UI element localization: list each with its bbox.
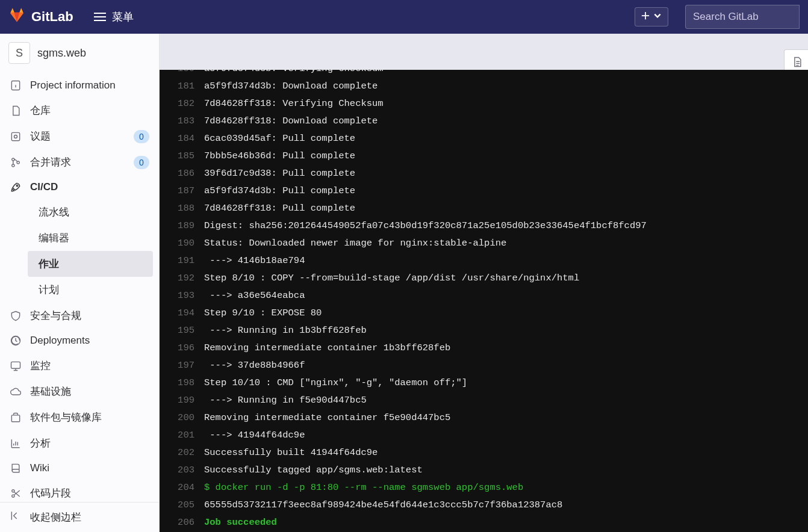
new-button[interactable] <box>635 7 668 26</box>
cloud-icon <box>10 386 22 398</box>
sidebar-item-merge[interactable]: 合并请求0 <box>0 149 159 175</box>
sidebar-subitem-jobs[interactable]: 作业 <box>28 251 153 277</box>
chart-icon <box>10 438 22 450</box>
line-number: 180 <box>169 70 204 78</box>
sidebar-item-label: Wiki <box>30 462 49 474</box>
sidebar-item-security[interactable]: 安全与合规 <box>0 303 159 329</box>
svg-point-5 <box>17 161 19 163</box>
log-line: 181a5f9fd374d3b: Download complete <box>169 78 798 95</box>
sidebar-item-proj-info[interactable]: Project information <box>0 73 159 97</box>
line-text: ---> Running in f5e90d447bc5 <box>204 392 798 409</box>
line-number: 191 <box>169 252 204 270</box>
line-text: 7bbb5e46b36d: Pull complete <box>204 147 798 165</box>
menu-label: 菜单 <box>112 10 134 24</box>
search-input[interactable] <box>693 11 792 23</box>
collapse-label: 收起侧边栏 <box>30 510 81 524</box>
menu-button[interactable]: 菜单 <box>94 10 134 24</box>
line-number: 198 <box>169 374 204 392</box>
log-line: 200Removing intermediate container f5e90… <box>169 409 798 427</box>
line-text: 7d84628ff318: Download complete <box>204 113 798 130</box>
sidebar-item-packages[interactable]: 软件包与镜像库 <box>0 404 159 430</box>
brand[interactable]: GitLab <box>8 7 73 26</box>
deploy-icon <box>10 335 22 347</box>
svg-point-10 <box>12 489 14 492</box>
log-line: 20565555d53732117f3eec8af989424be4e54fd6… <box>169 496 798 514</box>
sidebar-item-snippets[interactable]: 代码片段 <box>0 480 159 502</box>
line-number: 200 <box>169 409 204 427</box>
line-text: Digest: sha256:2012644549052fa07c43b0d19… <box>204 217 798 235</box>
line-number: 202 <box>169 444 204 462</box>
line-number: 181 <box>169 78 204 95</box>
svg-point-2 <box>14 135 17 138</box>
sidebar-item-label: CI/CD <box>30 181 58 193</box>
log-line: 191 ---> 4146b18ae794 <box>169 252 798 270</box>
job-log-lines: 180a5f9fd374d3b: Verifying Checksum181a5… <box>160 70 808 531</box>
line-text: Step 8/10 : COPY --from=build-stage /app… <box>204 270 798 287</box>
package-icon <box>10 412 22 424</box>
log-line: 199 ---> Running in f5e90d447bc5 <box>169 392 798 409</box>
line-text: ---> 41944f64dc9e <box>204 427 798 444</box>
log-line: 201 ---> 41944f64dc9e <box>169 427 798 444</box>
line-number: 187 <box>169 182 204 200</box>
sidebar-item-deployments[interactable]: Deployments <box>0 329 159 353</box>
top-nav: GitLab 菜单 <box>0 0 808 34</box>
line-text: 6cac039d45af: Pull complete <box>204 130 798 147</box>
log-line: 18639f6d17c9d38: Pull complete <box>169 165 798 182</box>
log-line: 206Job succeeded <box>169 514 798 531</box>
sidebar-scroll[interactable]: S sgms.web Project information仓库议题0合并请求0… <box>0 34 159 502</box>
log-line: 1857bbb5e46b36d: Pull complete <box>169 147 798 165</box>
line-text: Status: Downloaded newer image for nginx… <box>204 235 798 252</box>
sidebar-subitem-schedules[interactable]: 计划 <box>30 277 159 303</box>
sidebar-subitem-editor[interactable]: 编辑器 <box>30 225 159 251</box>
line-text: Successfully tagged app/sgms.web:latest <box>204 462 798 479</box>
log-line: 202Successfully built 41944f64dc9e <box>169 444 798 462</box>
sidebar-subitem-pipelines[interactable]: 流水线 <box>30 199 159 225</box>
merge-icon <box>10 156 22 169</box>
line-number: 186 <box>169 165 204 182</box>
log-line: 1837d84628ff318: Download complete <box>169 113 798 130</box>
sidebar-item-repo[interactable]: 仓库 <box>0 97 159 123</box>
line-number: 185 <box>169 147 204 165</box>
sidebar-item-wiki[interactable]: Wiki <box>0 456 159 480</box>
project-header[interactable]: S sgms.web <box>0 34 159 73</box>
sidebar-item-monitor[interactable]: 监控 <box>0 353 159 379</box>
search-box[interactable] <box>685 5 800 29</box>
line-text: ---> Running in 1b3bff628feb <box>204 322 798 339</box>
sidebar: S sgms.web Project information仓库议题0合并请求0… <box>0 34 160 532</box>
line-number: 197 <box>169 357 204 374</box>
line-number: 188 <box>169 200 204 217</box>
sidebar-item-issues[interactable]: 议题0 <box>0 123 159 149</box>
collapse-icon <box>10 510 22 525</box>
log-line: 189Digest: sha256:2012644549052fa07c43b0… <box>169 217 798 235</box>
line-text: a5f9fd374d3b: Pull complete <box>204 182 798 200</box>
line-text: Successfully built 41944f64dc9e <box>204 444 798 462</box>
info-icon <box>10 79 22 91</box>
sidebar-item-cicd[interactable]: CI/CD <box>0 175 159 199</box>
sidebar-item-label: Deployments <box>30 335 90 347</box>
count-badge: 0 <box>134 130 149 143</box>
sidebar-item-label: 监控 <box>30 359 51 373</box>
document-icon <box>791 56 803 68</box>
collapse-sidebar-button[interactable]: 收起侧边栏 <box>0 502 159 532</box>
line-text: ---> a36e564eabca <box>204 287 798 305</box>
sidebar-item-infra[interactable]: 基础设施 <box>0 379 159 404</box>
line-text: Job succeeded <box>204 514 798 531</box>
sidebar-item-label: Project information <box>30 79 116 91</box>
content-area: S sgms.web Project information仓库议题0合并请求0… <box>0 34 808 532</box>
svg-rect-9 <box>11 415 19 421</box>
log-line: 194Step 9/10 : EXPOSE 80 <box>169 305 798 322</box>
svg-rect-1 <box>11 132 19 140</box>
log-line: 197 ---> 37de88b4966f <box>169 357 798 374</box>
line-text: ---> 4146b18ae794 <box>204 252 798 270</box>
line-number: 206 <box>169 514 204 531</box>
svg-rect-8 <box>11 362 20 368</box>
job-log[interactable]: 180a5f9fd374d3b: Verifying Checksum181a5… <box>160 70 808 532</box>
sidebar-item-analytics[interactable]: 分析 <box>0 430 159 456</box>
svg-point-11 <box>12 495 14 497</box>
line-text: a5f9fd374d3b: Verifying Checksum <box>204 70 798 78</box>
log-line: 192Step 8/10 : COPY --from=build-stage /… <box>169 270 798 287</box>
chevron-down-icon <box>653 11 662 22</box>
book-icon <box>10 462 22 474</box>
line-number: 192 <box>169 270 204 287</box>
svg-point-4 <box>12 164 14 166</box>
